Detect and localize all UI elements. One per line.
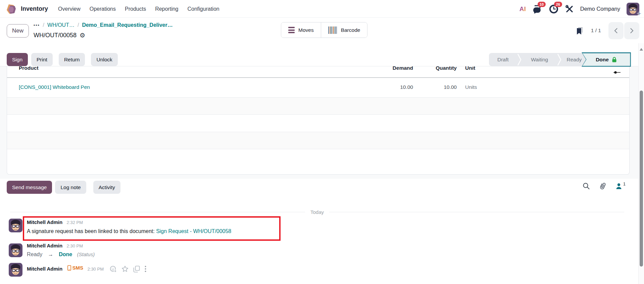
- message-text: A signature request has been linked to t…: [27, 228, 156, 234]
- follower-person-icon: [615, 183, 622, 189]
- quantity-value: 10.00: [413, 84, 457, 90]
- stage-done-active[interactable]: Done: [582, 52, 631, 67]
- message: Mitchell Admin SMS 2:30 PM: [27, 265, 146, 273]
- return-button[interactable]: Return: [59, 53, 85, 66]
- tracking-new-value: Done: [59, 251, 72, 257]
- breadcrumb-link-operation[interactable]: WH/OUT…: [47, 22, 75, 28]
- stage-ready[interactable]: Ready: [562, 57, 586, 63]
- barcode-label: Barcode: [341, 27, 360, 33]
- barcode-stat-button[interactable]: Barcode: [321, 22, 367, 38]
- tracking-old-value: Ready: [27, 251, 42, 257]
- column-demand[interactable]: Demand: [363, 66, 413, 71]
- menu-products[interactable]: Products: [125, 6, 146, 12]
- message-author[interactable]: Mitchell Admin: [27, 266, 62, 272]
- tracking-field-name: (Status): [77, 251, 95, 257]
- empty-table-row: [7, 115, 629, 132]
- message-avatar[interactable]: [9, 263, 22, 277]
- breadcrumb-separator: /: [43, 22, 44, 28]
- column-product[interactable]: Product: [19, 66, 39, 71]
- stage-draft[interactable]: Draft: [489, 57, 517, 63]
- message: Mitchell Admin 2:32 PM A signature reque…: [27, 219, 231, 234]
- search-messages-icon[interactable]: [583, 182, 590, 190]
- message-time: 2:32 PM: [67, 220, 83, 225]
- log-note-button[interactable]: Log note: [55, 181, 86, 194]
- star-icon[interactable]: [121, 266, 129, 272]
- sign-request-link[interactable]: Sign Request - WH/OUT/00058: [156, 228, 231, 234]
- messages-menu[interactable]: 10: [532, 4, 542, 14]
- column-unit[interactable]: Unit: [465, 66, 475, 71]
- followers-count: 1: [623, 182, 626, 186]
- demand-value: 10.00: [363, 84, 413, 90]
- moves-stat-button[interactable]: Moves: [281, 22, 321, 38]
- inventory-app-icon[interactable]: [5, 3, 17, 15]
- form-sheet: Product Demand Quantity Unit [CONS_0001]…: [7, 66, 630, 175]
- message-avatar[interactable]: [9, 243, 22, 257]
- empty-table-row: [7, 98, 629, 115]
- activity-button[interactable]: Activity: [93, 181, 120, 194]
- app-title[interactable]: Inventory: [21, 5, 48, 12]
- pager-next-button[interactable]: [624, 22, 639, 39]
- company-switcher[interactable]: Demo Company: [580, 6, 620, 12]
- menu-overview[interactable]: Overview: [58, 6, 81, 12]
- scrollbar-thumb[interactable]: [640, 91, 643, 267]
- message-author[interactable]: Mitchell Admin: [27, 243, 62, 248]
- main-menu: Overview Operations Products Reporting C…: [58, 6, 219, 12]
- date-divider: Today: [10, 209, 624, 215]
- unlock-button[interactable]: Unlock: [91, 53, 117, 66]
- sms-label: SMS: [72, 265, 84, 271]
- product-link[interactable]: [CONS_0001] Whiteboard Pen: [19, 84, 90, 90]
- sign-button[interactable]: Sign: [7, 53, 28, 66]
- stage-chevron-icon: [517, 54, 522, 66]
- vertical-scrollbar[interactable]: [638, 43, 644, 284]
- tools-icon[interactable]: [565, 5, 574, 13]
- send-message-button[interactable]: Send message: [7, 181, 52, 194]
- adjust-columns-icon[interactable]: [613, 70, 621, 74]
- stage-chevron-icon: [557, 54, 561, 66]
- bookmark-icon[interactable]: [576, 26, 584, 35]
- pager-previous-button[interactable]: [608, 22, 624, 39]
- breadcrumb-link-document[interactable]: Demo_Email_Requesting_Deliver…: [82, 22, 172, 28]
- stage-done-label: Done: [596, 57, 609, 63]
- followers-button[interactable]: 1: [615, 183, 626, 189]
- table-row[interactable]: [CONS_0001] Whiteboard Pen 10.00 10.00 U…: [7, 78, 629, 98]
- stage-waiting[interactable]: Waiting: [522, 57, 556, 63]
- table-header: Product Demand Quantity Unit: [7, 66, 629, 78]
- form-statusbar: Sign Print Return Unlock Draft Waiting R…: [0, 43, 644, 66]
- empty-table-row: [7, 132, 629, 149]
- scroll-up-arrow-icon[interactable]: [640, 48, 643, 51]
- phone-icon: [67, 265, 71, 271]
- breadcrumb-collapsed[interactable]: •••: [34, 23, 40, 27]
- date-divider-label: Today: [310, 209, 324, 215]
- sms-tag: SMS: [67, 265, 84, 271]
- barcode-icon: [328, 26, 337, 34]
- column-quantity[interactable]: Quantity: [413, 66, 457, 71]
- moves-label: Moves: [298, 27, 314, 33]
- menu-reporting[interactable]: Reporting: [155, 6, 178, 12]
- add-reaction-icon[interactable]: [110, 266, 117, 273]
- message-avatar[interactable]: [9, 219, 22, 232]
- gear-icon[interactable]: ⚙: [80, 32, 85, 39]
- arrow-right-icon: →: [48, 251, 53, 257]
- user-avatar[interactable]: ✈: [627, 3, 639, 15]
- moves-icon: [288, 27, 295, 33]
- chevron-right-icon: [629, 28, 634, 34]
- stat-button-group: Moves Barcode: [281, 22, 367, 38]
- kebab-menu-icon[interactable]: [145, 266, 146, 272]
- activities-badge: 26: [554, 2, 562, 7]
- page-title: WH/OUT/00058: [34, 32, 77, 39]
- activities-menu[interactable]: 26: [549, 4, 559, 14]
- copy-icon[interactable]: [133, 266, 140, 273]
- chevron-left-icon: [613, 28, 618, 34]
- breadcrumb: ••• / WH/OUT… / Demo_Email_Requesting_De…: [34, 21, 173, 29]
- pager-value: 1 / 1: [591, 27, 601, 34]
- breadcrumb-separator: /: [78, 22, 79, 28]
- menu-configuration[interactable]: Configuration: [188, 6, 219, 12]
- ai-icon[interactable]: AI: [519, 5, 526, 13]
- unit-value: Units: [465, 84, 477, 90]
- messages-badge: 10: [538, 2, 546, 7]
- message-author[interactable]: Mitchell Admin: [27, 219, 62, 225]
- attachments-icon[interactable]: [599, 182, 606, 190]
- new-button[interactable]: New: [7, 24, 29, 38]
- print-button[interactable]: Print: [31, 53, 53, 66]
- menu-operations[interactable]: Operations: [90, 6, 116, 12]
